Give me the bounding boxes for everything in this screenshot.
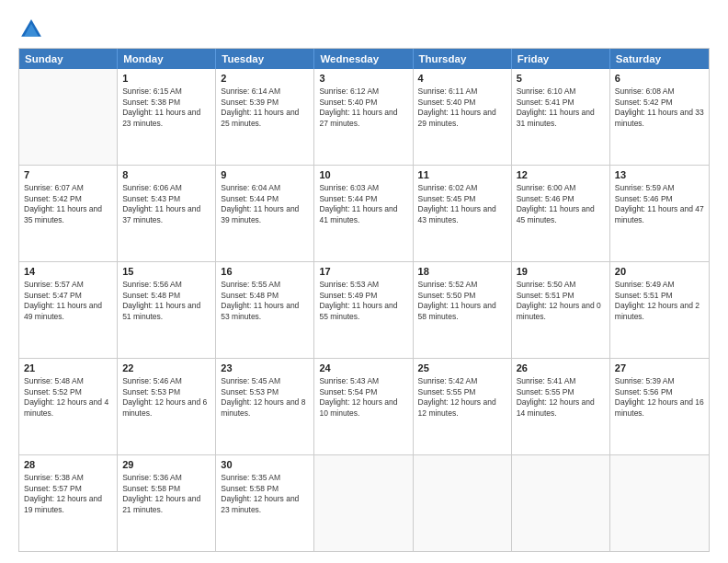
calendar-cell (314, 455, 413, 551)
calendar-cell: 10Sunrise: 6:03 AM Sunset: 5:44 PM Dayli… (314, 166, 413, 261)
day-number: 16 (221, 265, 309, 279)
calendar-cell: 6Sunrise: 6:08 AM Sunset: 5:42 PM Daylig… (610, 69, 709, 165)
calendar-header-cell: Saturday (610, 49, 709, 69)
cell-details: Sunrise: 6:04 AM Sunset: 5:44 PM Dayligh… (221, 183, 309, 226)
day-number: 14 (24, 265, 112, 279)
calendar-week-row: 28Sunrise: 5:38 AM Sunset: 5:57 PM Dayli… (19, 455, 709, 551)
cell-details: Sunrise: 5:53 AM Sunset: 5:49 PM Dayligh… (319, 280, 407, 323)
calendar-cell: 28Sunrise: 5:38 AM Sunset: 5:57 PM Dayli… (19, 455, 118, 551)
day-number: 29 (122, 458, 210, 472)
day-number: 26 (517, 362, 605, 375)
day-number: 28 (24, 458, 112, 472)
day-number: 22 (122, 362, 210, 375)
day-number: 1 (122, 72, 210, 86)
cell-details: Sunrise: 6:08 AM Sunset: 5:42 PM Dayligh… (615, 86, 704, 130)
logo (18, 17, 48, 42)
calendar-cell: 1Sunrise: 6:15 AM Sunset: 5:38 PM Daylig… (118, 69, 216, 165)
calendar-cell: 21Sunrise: 5:48 AM Sunset: 5:52 PM Dayli… (19, 359, 118, 454)
day-number: 6 (615, 72, 704, 86)
calendar-cell: 18Sunrise: 5:52 AM Sunset: 5:50 PM Dayli… (414, 262, 512, 358)
calendar-cell: 20Sunrise: 5:49 AM Sunset: 5:51 PM Dayli… (610, 262, 709, 358)
day-number: 27 (615, 362, 704, 375)
cell-details: Sunrise: 6:15 AM Sunset: 5:38 PM Dayligh… (122, 86, 210, 130)
day-number: 7 (24, 168, 112, 182)
cell-details: Sunrise: 5:35 AM Sunset: 5:58 PM Dayligh… (221, 473, 309, 516)
day-number: 24 (319, 362, 407, 375)
cell-details: Sunrise: 5:56 AM Sunset: 5:48 PM Dayligh… (122, 280, 210, 323)
calendar-cell: 17Sunrise: 5:53 AM Sunset: 5:49 PM Dayli… (314, 262, 413, 358)
cell-details: Sunrise: 5:55 AM Sunset: 5:48 PM Dayligh… (221, 280, 309, 323)
day-number: 11 (418, 168, 506, 182)
calendar-cell: 19Sunrise: 5:50 AM Sunset: 5:51 PM Dayli… (512, 262, 610, 358)
cell-details: Sunrise: 6:00 AM Sunset: 5:46 PM Dayligh… (517, 183, 605, 226)
day-number: 15 (122, 265, 210, 279)
calendar-cell: 7Sunrise: 6:07 AM Sunset: 5:42 PM Daylig… (19, 166, 118, 261)
day-number: 18 (418, 265, 506, 279)
calendar-cell: 14Sunrise: 5:57 AM Sunset: 5:47 PM Dayli… (19, 262, 118, 358)
calendar-cell: 4Sunrise: 6:11 AM Sunset: 5:40 PM Daylig… (414, 69, 512, 165)
calendar-cell: 5Sunrise: 6:10 AM Sunset: 5:41 PM Daylig… (512, 69, 610, 165)
calendar-week-row: 21Sunrise: 5:48 AM Sunset: 5:52 PM Dayli… (19, 359, 709, 455)
calendar-week-row: 7Sunrise: 6:07 AM Sunset: 5:42 PM Daylig… (19, 166, 709, 262)
cell-details: Sunrise: 5:49 AM Sunset: 5:51 PM Dayligh… (615, 280, 704, 323)
day-number: 9 (221, 168, 309, 182)
calendar-body: 1Sunrise: 6:15 AM Sunset: 5:38 PM Daylig… (19, 69, 709, 551)
day-number: 3 (319, 72, 407, 86)
cell-details: Sunrise: 6:06 AM Sunset: 5:43 PM Dayligh… (122, 183, 210, 226)
day-number: 21 (24, 362, 112, 375)
calendar-cell: 12Sunrise: 6:00 AM Sunset: 5:46 PM Dayli… (512, 166, 610, 261)
calendar-header-cell: Wednesday (314, 49, 413, 69)
cell-details: Sunrise: 6:03 AM Sunset: 5:44 PM Dayligh… (319, 183, 407, 226)
day-number: 10 (319, 168, 407, 182)
cell-details: Sunrise: 5:59 AM Sunset: 5:46 PM Dayligh… (615, 183, 704, 226)
cell-details: Sunrise: 5:43 AM Sunset: 5:54 PM Dayligh… (319, 376, 407, 419)
day-number: 19 (517, 265, 605, 279)
calendar-cell: 29Sunrise: 5:36 AM Sunset: 5:58 PM Dayli… (118, 455, 216, 551)
calendar-header-cell: Thursday (414, 49, 512, 69)
calendar-cell: 22Sunrise: 5:46 AM Sunset: 5:53 PM Dayli… (118, 359, 216, 454)
calendar-cell: 23Sunrise: 5:45 AM Sunset: 5:53 PM Dayli… (216, 359, 314, 454)
cell-details: Sunrise: 6:10 AM Sunset: 5:41 PM Dayligh… (517, 86, 605, 130)
calendar-cell (414, 455, 512, 551)
calendar-cell: 11Sunrise: 6:02 AM Sunset: 5:45 PM Dayli… (414, 166, 512, 261)
calendar-cell (512, 455, 610, 551)
cell-details: Sunrise: 6:11 AM Sunset: 5:40 PM Dayligh… (418, 86, 506, 130)
day-number: 5 (517, 72, 605, 86)
calendar-cell: 13Sunrise: 5:59 AM Sunset: 5:46 PM Dayli… (610, 166, 709, 261)
calendar-cell: 9Sunrise: 6:04 AM Sunset: 5:44 PM Daylig… (216, 166, 314, 261)
calendar-cell: 25Sunrise: 5:42 AM Sunset: 5:55 PM Dayli… (414, 359, 512, 454)
calendar-cell: 8Sunrise: 6:06 AM Sunset: 5:43 PM Daylig… (118, 166, 216, 261)
calendar-header-cell: Friday (512, 49, 610, 69)
day-number: 4 (418, 72, 506, 86)
day-number: 8 (122, 168, 210, 182)
page: SundayMondayTuesdayWednesdayThursdayFrid… (0, 0, 728, 563)
day-number: 20 (615, 265, 704, 279)
cell-details: Sunrise: 6:14 AM Sunset: 5:39 PM Dayligh… (221, 86, 309, 130)
calendar-week-row: 14Sunrise: 5:57 AM Sunset: 5:47 PM Dayli… (19, 262, 709, 359)
cell-details: Sunrise: 5:39 AM Sunset: 5:56 PM Dayligh… (615, 376, 704, 419)
day-number: 17 (319, 265, 407, 279)
day-number: 30 (221, 458, 309, 472)
day-number: 2 (221, 72, 309, 86)
cell-details: Sunrise: 5:52 AM Sunset: 5:50 PM Dayligh… (418, 280, 506, 323)
cell-details: Sunrise: 5:36 AM Sunset: 5:58 PM Dayligh… (122, 473, 210, 516)
calendar-cell: 24Sunrise: 5:43 AM Sunset: 5:54 PM Dayli… (314, 359, 413, 454)
day-number: 25 (418, 362, 506, 375)
logo-icon (18, 17, 44, 42)
cell-details: Sunrise: 5:41 AM Sunset: 5:55 PM Dayligh… (517, 376, 605, 419)
cell-details: Sunrise: 6:12 AM Sunset: 5:40 PM Dayligh… (319, 86, 407, 130)
calendar-header-cell: Sunday (19, 49, 118, 69)
calendar-cell: 16Sunrise: 5:55 AM Sunset: 5:48 PM Dayli… (216, 262, 314, 358)
calendar-week-row: 1Sunrise: 6:15 AM Sunset: 5:38 PM Daylig… (19, 69, 709, 166)
calendar-cell: 27Sunrise: 5:39 AM Sunset: 5:56 PM Dayli… (610, 359, 709, 454)
cell-details: Sunrise: 5:45 AM Sunset: 5:53 PM Dayligh… (221, 376, 309, 419)
cell-details: Sunrise: 5:38 AM Sunset: 5:57 PM Dayligh… (24, 473, 112, 516)
calendar: SundayMondayTuesdayWednesdayThursdayFrid… (18, 48, 710, 552)
calendar-cell: 26Sunrise: 5:41 AM Sunset: 5:55 PM Dayli… (512, 359, 610, 454)
calendar-header-cell: Tuesday (216, 49, 314, 69)
calendar-cell (610, 455, 709, 551)
day-number: 12 (517, 168, 605, 182)
day-number: 13 (615, 168, 704, 182)
day-number: 23 (221, 362, 309, 375)
calendar-cell: 30Sunrise: 5:35 AM Sunset: 5:58 PM Dayli… (216, 455, 314, 551)
